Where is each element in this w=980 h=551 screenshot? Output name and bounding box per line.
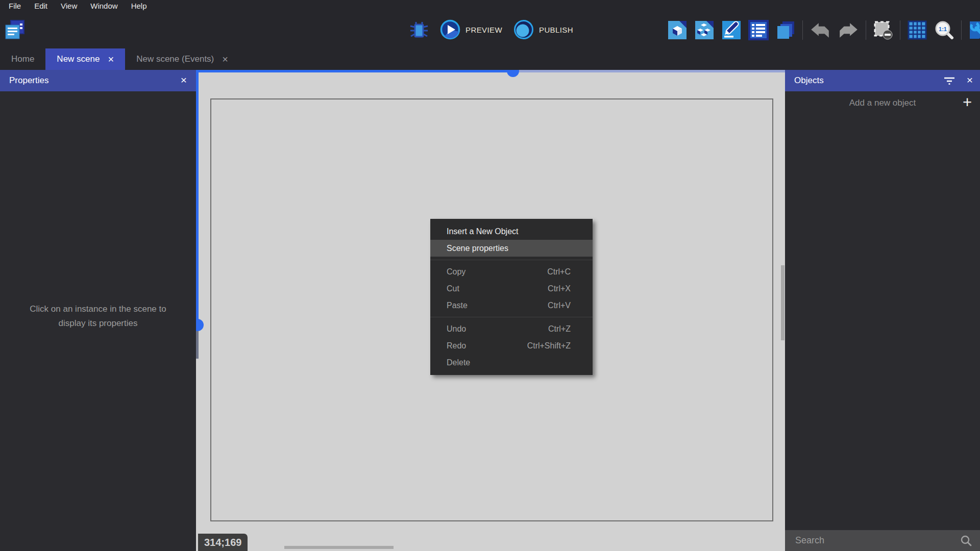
publish-label: PUBLISH xyxy=(539,26,573,34)
context-menu-item-redo[interactable]: RedoCtrl+Shift+Z xyxy=(430,337,593,354)
menu-item-shortcut: Ctrl+Shift+Z xyxy=(527,341,571,350)
menu-item-label: Insert a New Object xyxy=(447,227,519,236)
edit-pencil-button[interactable] xyxy=(721,20,742,40)
toolbar-right: 1:1 xyxy=(667,19,980,41)
vertical-scroll-handle[interactable] xyxy=(196,319,204,331)
context-menu: Insert a New ObjectScene propertiesCopyC… xyxy=(430,219,593,375)
toolbar-divider xyxy=(866,20,866,40)
context-menu-item-copy[interactable]: CopyCtrl+C xyxy=(430,263,593,280)
context-menu-item-cut[interactable]: CutCtrl+X xyxy=(430,280,593,297)
undo-icon xyxy=(810,21,831,39)
tab-label: Home xyxy=(11,54,34,64)
menu-item-label: Scene properties xyxy=(447,244,508,253)
menu-item-label: Delete xyxy=(447,358,470,367)
tab-new-scene[interactable]: New scene× xyxy=(45,48,125,70)
right-scrollbar-thumb[interactable] xyxy=(781,265,785,340)
filter-icon xyxy=(943,76,955,85)
objects-panel: Objects × Add a new object + xyxy=(785,70,980,551)
menu-help[interactable]: Help xyxy=(125,2,154,10)
scene-objects-icon xyxy=(694,20,715,40)
menu-item-label: Undo xyxy=(447,324,466,334)
menu-item-label: Paste xyxy=(447,301,468,310)
toolbar-center: PREVIEW PUBLISH xyxy=(409,18,573,41)
scene-objects-button[interactable] xyxy=(694,20,715,40)
redo-icon xyxy=(838,21,859,39)
tab-close-icon[interactable]: × xyxy=(108,54,114,64)
bottom-scrollbar-thumb[interactable] xyxy=(284,546,394,549)
menu-item-shortcut: Ctrl+V xyxy=(548,301,571,310)
project-settings-button[interactable] xyxy=(968,20,980,40)
objects-panel-header: Objects × xyxy=(785,70,980,91)
preview-label: PREVIEW xyxy=(465,26,502,34)
context-menu-item-insert-a-new-object[interactable]: Insert a New Object xyxy=(430,223,593,240)
add-object-button[interactable]: + xyxy=(962,93,973,111)
tab-new-scene-events[interactable]: New scene (Events)× xyxy=(125,48,239,70)
context-menu-item-scene-properties[interactable]: Scene properties xyxy=(430,240,593,257)
close-icon[interactable]: × xyxy=(967,74,973,85)
menu-edit[interactable]: Edit xyxy=(28,2,54,10)
instances-icon xyxy=(775,20,796,40)
undo-button[interactable] xyxy=(810,21,831,39)
debug-button[interactable] xyxy=(409,20,429,39)
menu-item-shortcut: Ctrl+C xyxy=(547,267,571,277)
search-input[interactable] xyxy=(794,535,957,546)
gdevelop-window: FileEditViewWindowHelp xyxy=(0,0,980,551)
toolbar-divider xyxy=(961,20,962,40)
tab-home[interactable]: Home xyxy=(0,48,45,70)
menu-item-shortcut: Ctrl+X xyxy=(548,284,571,293)
menu-window[interactable]: Window xyxy=(84,2,124,10)
grid-icon xyxy=(907,20,927,40)
menu-file[interactable]: File xyxy=(2,2,28,10)
objects-search-bar xyxy=(785,530,980,551)
properties-hint: Click on an instance in the scene to dis… xyxy=(21,302,175,331)
edit-scene-button[interactable] xyxy=(667,20,688,40)
toolbar: PREVIEW PUBLISH xyxy=(0,11,980,48)
context-menu-item-undo[interactable]: UndoCtrl+Z xyxy=(430,320,593,337)
search-icon xyxy=(961,535,972,546)
canvas-top-scroll-rest xyxy=(513,70,785,72)
project-manager-icon xyxy=(4,18,26,40)
instances-button[interactable] xyxy=(775,20,796,40)
menu-item-label: Redo xyxy=(447,341,466,350)
edit-pencil-icon xyxy=(721,20,742,40)
objects-panel-title: Objects xyxy=(794,76,824,86)
zoom-1-1-button[interactable]: 1:1 xyxy=(934,20,954,40)
publish-button[interactable]: PUBLISH xyxy=(513,19,573,40)
grid-button[interactable] xyxy=(907,20,927,40)
canvas-top-scroll-active xyxy=(196,70,513,72)
debug-icon xyxy=(409,20,429,39)
tab-close-icon[interactable]: × xyxy=(222,54,228,64)
canvas-left-scroll-active xyxy=(196,70,199,325)
toolbar-divider xyxy=(802,20,803,40)
horizontal-scroll-handle[interactable] xyxy=(507,70,519,77)
menu-item-shortcut: Ctrl+Z xyxy=(548,324,571,334)
zoom-1-1-icon: 1:1 xyxy=(934,20,954,40)
context-menu-item-delete[interactable]: Delete xyxy=(430,354,593,371)
menu-item-label: Cut xyxy=(447,284,459,293)
properties-panel-header: Properties × xyxy=(0,70,196,91)
project-settings-icon xyxy=(968,20,980,40)
selection-mask-icon xyxy=(873,20,893,40)
events-list-button[interactable] xyxy=(748,20,769,40)
redo-button[interactable] xyxy=(838,21,859,39)
selection-mask-button[interactable] xyxy=(873,20,893,40)
preview-play-icon xyxy=(440,19,460,40)
publish-globe-icon xyxy=(513,19,534,40)
properties-panel-title: Properties xyxy=(9,76,48,86)
close-icon[interactable]: × xyxy=(181,74,187,85)
edit-scene-icon xyxy=(667,20,688,40)
add-object-label: Add a new object xyxy=(785,98,980,108)
tab-label: New scene xyxy=(57,54,100,64)
project-manager-button[interactable] xyxy=(4,18,26,40)
events-list-icon xyxy=(748,20,769,40)
preview-button[interactable]: PREVIEW xyxy=(440,19,502,40)
cursor-coordinates-badge: 314;169 xyxy=(198,534,248,551)
menu-separator xyxy=(430,317,593,317)
menu-separator xyxy=(430,260,593,260)
tab-label: New scene (Events) xyxy=(136,54,214,64)
context-menu-item-paste[interactable]: PasteCtrl+V xyxy=(430,297,593,314)
filter-button[interactable] xyxy=(943,76,955,87)
toolbar-divider xyxy=(900,20,900,40)
menu-view[interactable]: View xyxy=(54,2,84,10)
tabbar: HomeNew scene×New scene (Events)× xyxy=(0,48,980,70)
